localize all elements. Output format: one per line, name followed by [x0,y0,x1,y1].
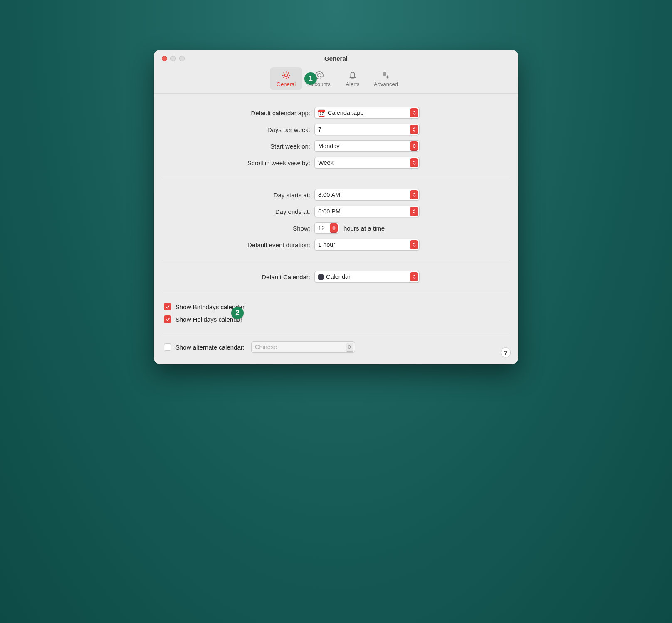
calendar-color-icon [318,274,324,280]
show-holidays-row: Show Holidays calendar [162,313,510,325]
label: Default event duration: [162,241,314,248]
tab-label: General [277,81,296,87]
bell-icon [348,70,358,80]
row-scroll-week-view: Scroll in week view by: Week [162,154,510,171]
tab-general[interactable]: General [270,67,302,90]
help-button[interactable]: ? [501,347,511,357]
show-holidays-checkbox[interactable] [164,315,171,323]
chevron-up-down-icon [410,158,418,167]
chevron-up-down-icon [410,141,418,151]
select-value: Calendar [326,273,351,280]
select-value: Calendar.app [328,109,363,116]
divider [162,179,510,179]
days-per-week-select[interactable]: 7 [314,124,420,135]
calendar-app-icon: 17 [318,109,325,117]
label: Default Calendar: [162,273,314,280]
tab-label: Alerts [346,81,359,87]
row-default-calendar: Default Calendar: Calendar [162,268,510,285]
select-value: Monday [318,143,340,149]
chevron-up-down-icon [410,190,418,199]
chevron-up-down-icon [410,240,418,249]
row-default-calendar-app: Default calendar app: 17 Calendar.app [162,104,510,121]
select-value: 12 [318,225,325,231]
svg-point-3 [387,76,388,78]
divider [162,261,510,261]
checkbox-label: Show alternate calendar: [175,344,245,351]
label: Default calendar app: [162,109,314,117]
default-calendar-app-select[interactable]: 17 Calendar.app [314,107,420,119]
select-value: 8:00 AM [318,191,340,198]
section-default-calendar: Default Calendar: Calendar [162,267,510,287]
minimize-window-button[interactable] [170,56,176,61]
gear-icon [281,70,291,80]
show-hours-select[interactable]: 12 [314,222,339,234]
row-day-ends-at: Day ends at: 6:00 PM [162,203,510,220]
start-week-on-select[interactable]: Monday [314,140,420,152]
select-value: Chinese [255,344,277,350]
annotation-badge-1: 1 [304,72,317,85]
show-birthdays-row: Show Birthdays calendar [162,300,510,313]
label: Scroll in week view by: [162,159,314,166]
content: Default calendar app: 17 Calendar.app [154,94,518,364]
label: Days per week: [162,126,314,133]
chevron-up-down-icon [346,343,353,352]
chevron-up-down-icon [410,108,418,117]
show-alternate-checkbox[interactable] [164,343,171,351]
select-value: 1 hour [318,241,335,248]
chevron-up-down-icon [410,125,418,134]
section-checkboxes: Show Birthdays calendar Show Holidays ca… [162,299,510,327]
select-value: Week [318,159,334,166]
tab-label: Advanced [374,81,398,87]
zoom-window-button[interactable] [179,56,185,61]
label: Day ends at: [162,208,314,215]
show-birthdays-checkbox[interactable] [164,303,171,310]
alternate-calendar-select[interactable]: Chinese [251,341,355,353]
row-day-starts-at: Day starts at: 8:00 AM [162,186,510,203]
toolbar: General Accounts Alerts [154,67,518,94]
section-alternate: Show alternate calendar: Chinese [162,339,510,356]
gears-icon [381,70,391,80]
titlebar: General [154,50,518,67]
chevron-up-down-icon [410,207,418,216]
label: Show: [162,225,314,232]
day-ends-at-select[interactable]: 6:00 PM [314,206,420,217]
chevron-up-down-icon [330,223,338,233]
row-start-week-on: Start week on: Monday [162,138,510,154]
show-alternate-row: Show alternate calendar: Chinese [162,341,510,353]
show-hours-suffix: hours at a time [343,225,385,232]
section-day: Day starts at: 8:00 AM Day ends at: 6: [162,185,510,255]
chevron-up-down-icon [410,272,418,281]
divider [162,293,510,293]
select-value: 6:00 PM [318,208,341,215]
row-show-hours: Show: 12 hours at a time [162,220,510,236]
divider [162,333,510,333]
select-value: 7 [318,126,321,133]
preferences-window: General 1 2 General Accounts [154,50,518,364]
tab-alerts[interactable]: Alerts [336,67,369,90]
window-title: General [324,55,348,62]
row-days-per-week: Days per week: 7 [162,121,510,138]
label: Start week on: [162,143,314,150]
svg-point-2 [384,73,385,75]
default-event-duration-select[interactable]: 1 hour [314,239,420,251]
annotation-badge-2: 2 [231,307,244,319]
scroll-week-view-select[interactable]: Week [314,157,420,169]
close-window-button[interactable] [162,56,167,61]
label: Day starts at: [162,191,314,199]
row-default-event-duration: Default event duration: 1 hour [162,236,510,253]
tab-advanced[interactable]: Advanced [370,67,402,90]
default-calendar-select[interactable]: Calendar [314,271,420,283]
section-app-week: Default calendar app: 17 Calendar.app [162,103,510,173]
traffic-lights [162,56,185,61]
day-starts-at-select[interactable]: 8:00 AM [314,189,420,201]
svg-point-0 [285,74,287,77]
svg-point-1 [318,74,321,77]
